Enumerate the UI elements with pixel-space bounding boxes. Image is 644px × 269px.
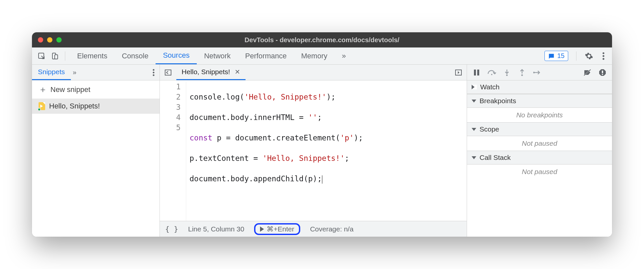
toolbar-right: 15 (544, 51, 608, 61)
new-snippet-button[interactable]: ＋ New snippet (32, 80, 160, 99)
step-icon[interactable] (533, 70, 542, 75)
run-shortcut-label: ⌘+Enter (267, 225, 294, 233)
cursor-position: Line 5, Column 30 (188, 225, 244, 233)
expand-icon (472, 85, 477, 89)
issues-count: 15 (557, 52, 565, 60)
tabs-overflow[interactable]: » (335, 47, 353, 64)
breakpoints-section-header[interactable]: Breakpoints (467, 94, 612, 108)
navigator-panel: Snippets » ＋ New snippet Hello, Snippets… (32, 65, 160, 237)
svg-rect-12 (477, 70, 479, 75)
snippet-list-item[interactable]: Hello, Snippets! (32, 99, 160, 114)
svg-point-8 (153, 74, 155, 76)
svg-point-13 (491, 74, 492, 75)
callstack-section-header[interactable]: Call Stack (467, 151, 612, 164)
pretty-print-icon[interactable]: { } (165, 225, 178, 233)
line-number: 3 (160, 102, 183, 112)
inspect-element-icon[interactable] (36, 50, 47, 62)
traffic-lights (38, 37, 62, 43)
svg-rect-19 (602, 71, 603, 73)
snippet-item-label: Hello, Snippets! (49, 102, 100, 110)
callstack-label: Call Stack (480, 154, 511, 162)
editor-statusbar: { } Line 5, Column 30 ⌘+Enter Coverage: … (160, 221, 467, 237)
separator (65, 51, 65, 61)
line-gutter: 1 2 3 4 5 (160, 82, 186, 221)
editor-file-tab[interactable]: Hello, Snippets! ✕ (176, 65, 246, 80)
svg-rect-11 (474, 70, 476, 75)
svg-point-16 (533, 72, 535, 73)
editor-header: Hello, Snippets! ✕ (160, 65, 467, 80)
tab-memory[interactable]: Memory (294, 47, 335, 64)
main-toolbar: Elements Console Sources Network Perform… (32, 47, 612, 65)
devtools-window: DevTools - developer.chrome.com/docs/dev… (32, 32, 612, 237)
settings-icon[interactable] (584, 52, 594, 60)
scope-section-header[interactable]: Scope (467, 122, 612, 136)
debugger-toolbar (467, 65, 612, 80)
svg-point-3 (602, 52, 604, 54)
nav-forward-icon[interactable] (454, 69, 463, 76)
titlebar: DevTools - developer.chrome.com/docs/dev… (32, 32, 612, 47)
collapse-icon (472, 156, 476, 159)
tab-network[interactable]: Network (197, 47, 238, 64)
run-snippet-button[interactable]: ⌘+Enter (254, 223, 300, 235)
watch-label: Watch (480, 83, 500, 91)
more-menu-icon[interactable] (599, 52, 608, 60)
line-number: 4 (160, 112, 183, 123)
svg-point-7 (153, 72, 155, 73)
plus-icon: ＋ (39, 84, 47, 95)
svg-point-5 (602, 58, 604, 59)
watch-section-header[interactable]: Watch (467, 80, 612, 94)
navigator-tabs-overflow[interactable]: » (73, 69, 76, 76)
pause-icon[interactable] (472, 69, 481, 76)
svg-point-14 (506, 74, 508, 76)
snippet-file-icon (39, 102, 45, 110)
svg-point-15 (521, 74, 523, 76)
collapse-icon (472, 100, 476, 103)
code-editor[interactable]: 1 2 3 4 5 console.log('Hello, Snippets!'… (160, 80, 467, 221)
file-tab-label: Hello, Snippets! (182, 68, 230, 76)
device-toggle-icon[interactable] (49, 50, 60, 62)
svg-point-6 (153, 69, 155, 71)
step-over-icon[interactable] (487, 69, 496, 76)
separator (576, 51, 576, 61)
close-window-button[interactable] (38, 37, 43, 43)
zoom-window-button[interactable] (56, 37, 62, 43)
tab-performance[interactable]: Performance (238, 47, 294, 64)
callstack-body: Not paused (467, 164, 612, 179)
panel-tabs: Elements Console Sources Network Perform… (70, 47, 353, 64)
code-content[interactable]: console.log('Hello, Snippets!'); documen… (186, 82, 363, 221)
debugger-panel: Watch Breakpoints No breakpoints Scope N… (467, 65, 612, 237)
line-number: 2 (160, 92, 183, 102)
navigator-tab-snippets[interactable]: Snippets (32, 65, 71, 80)
navigator-header: Snippets » (32, 65, 160, 80)
tab-console[interactable]: Console (115, 47, 156, 64)
main-area: Snippets » ＋ New snippet Hello, Snippets… (32, 65, 612, 237)
step-out-icon[interactable] (518, 69, 526, 76)
svg-point-4 (602, 55, 604, 57)
scope-body: Not paused (467, 136, 612, 151)
issues-icon (548, 53, 555, 59)
minimize-window-button[interactable] (47, 37, 52, 43)
tab-sources[interactable]: Sources (156, 47, 197, 64)
editor-panel: Hello, Snippets! ✕ 1 2 3 4 5 console.log… (160, 65, 467, 237)
window-title: DevTools - developer.chrome.com/docs/dev… (32, 36, 612, 44)
text-cursor (322, 175, 322, 184)
nav-back-icon[interactable] (163, 69, 173, 76)
coverage-status: Coverage: n/a (310, 225, 354, 233)
collapse-icon (472, 128, 476, 131)
navigator-body: ＋ New snippet Hello, Snippets! (32, 80, 160, 237)
deactivate-breakpoints-icon[interactable] (583, 69, 592, 76)
scope-label: Scope (480, 125, 499, 133)
line-number: 1 (160, 82, 183, 92)
breakpoints-label: Breakpoints (480, 97, 516, 105)
pause-on-exceptions-icon[interactable] (598, 69, 607, 76)
issues-button[interactable]: 15 (544, 51, 568, 61)
svg-rect-2 (55, 55, 58, 59)
new-snippet-label: New snippet (50, 85, 90, 94)
tab-elements[interactable]: Elements (70, 47, 115, 64)
line-number: 5 (160, 123, 183, 133)
play-icon (260, 226, 264, 232)
step-into-icon[interactable] (503, 69, 511, 76)
close-file-icon[interactable]: ✕ (235, 68, 240, 76)
navigator-more-icon[interactable] (152, 69, 155, 76)
svg-rect-20 (602, 74, 603, 75)
